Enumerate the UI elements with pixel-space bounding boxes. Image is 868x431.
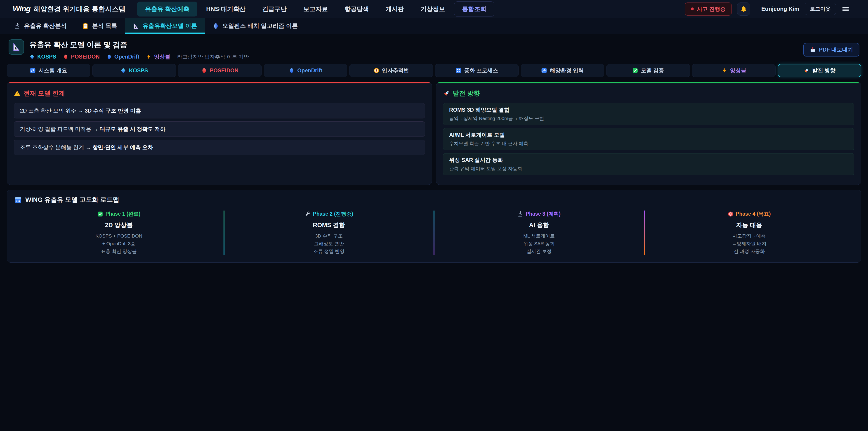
oil-fence-icon bbox=[213, 23, 219, 29]
phase-details: 사고감지→예측→방제자원 배치전 과정 자동화 bbox=[732, 232, 767, 255]
pdf-export-button[interactable]: PDF 내보내기 bbox=[803, 43, 860, 57]
limit-item-text: 기상-해양 결합 피드백 미적용 → bbox=[20, 126, 100, 132]
hamburger-menu-button[interactable] bbox=[841, 5, 850, 13]
future-card: AI/ML 서로게이트 모델수치모델 학습 기반 수초 내 근사 예측 bbox=[443, 128, 854, 150]
pdf-export-icon bbox=[810, 47, 816, 53]
section-tab-label: 입자추적법 bbox=[382, 67, 409, 74]
subnav-item-label: 유출유 확산분석 bbox=[24, 22, 67, 30]
phase-name: 2D 앙상블 bbox=[105, 221, 133, 229]
subnav-item[interactable]: 유출유확산모델 이론 bbox=[125, 18, 205, 34]
phase-status: Phase 4 (목표) bbox=[727, 210, 771, 217]
limit-item: 2D 표층 확산 모의 위주 → 3D 수직 구조 반영 미흡 bbox=[14, 103, 425, 118]
roadmap-panel: WING 유출유 모델 고도화 로드맵 Phase 1 (완료) 2D 앙상블 … bbox=[7, 190, 861, 263]
section-tab-chip[interactable]: OpenDrift bbox=[264, 64, 347, 77]
future-card-desc: 관측 유막 데이터 모델 보정 자동화 bbox=[449, 165, 848, 172]
red-oval-icon bbox=[201, 68, 207, 73]
incident-dot-icon bbox=[691, 7, 694, 10]
phase-name: ROMS 결합 bbox=[313, 221, 345, 229]
future-card: 위성 SAR 실시간 동화관측 유막 데이터 모델 보정 자동화 bbox=[443, 153, 854, 175]
page-content: 유출유 확산 모델 이론 및 검증 KOSPSPOSEIDONOpenDrift… bbox=[0, 34, 868, 263]
section-tab-label: KOSPS bbox=[129, 67, 148, 74]
nav-item[interactable]: 보고자료 bbox=[296, 2, 336, 17]
limits-panel-title: 현재 모델 한계 bbox=[14, 89, 425, 98]
future-card-title: ROMS 3D 해양모델 결합 bbox=[449, 106, 848, 114]
subnav: 유출유 확산분석분석 목록유출유확산모델 이론오일펜스 배치 알고리즘 이론 bbox=[0, 18, 868, 34]
section-tab-chip[interactable]: 시스템 개요 bbox=[7, 64, 90, 77]
nav-item[interactable]: 게시판 bbox=[378, 2, 412, 17]
limit-item: 기상-해양 결합 피드백 미적용 → 대규모 유출 시 정확도 저하 bbox=[14, 121, 425, 137]
subnav-item-label: 분석 목록 bbox=[92, 22, 117, 30]
model-badge-label: POSEIDON bbox=[71, 54, 100, 60]
logo-mark: Wing bbox=[13, 4, 31, 13]
rocket-icon bbox=[443, 90, 450, 97]
hamburger-icon bbox=[841, 5, 850, 13]
nav-item[interactable]: HNS·대기확산 bbox=[198, 2, 253, 17]
warning-icon bbox=[14, 90, 21, 97]
section-tab-chip[interactable]: 해양환경 입력 bbox=[521, 64, 604, 77]
section-tab-chip[interactable]: 입자추적법 bbox=[349, 64, 433, 77]
section-tab-chip[interactable]: POSEIDON bbox=[178, 64, 261, 77]
microscope-icon bbox=[518, 211, 523, 217]
section-tab-chip[interactable]: KOSPS bbox=[92, 64, 176, 77]
phase-status-label: Phase 2 (진행중) bbox=[313, 210, 353, 217]
page-header: 유출유 확산 모델 이론 및 검증 KOSPSPOSEIDONOpenDrift… bbox=[7, 34, 861, 64]
blue-oval-icon bbox=[106, 54, 112, 59]
subnav-item-label: 오일펜스 배치 알고리즘 이론 bbox=[222, 22, 298, 30]
model-badge-label: OpenDrift bbox=[114, 54, 140, 60]
logout-button[interactable]: 로그아웃 bbox=[805, 3, 836, 15]
current-limits-panel: 현재 모델 한계 2D 표층 확산 모의 위주 → 3D 수직 구조 반영 미흡… bbox=[7, 82, 432, 185]
model-badge-label: 앙상블 bbox=[154, 53, 170, 60]
rocket-icon bbox=[804, 68, 809, 73]
topbar: Wing 해양환경 위기대응 통합시스템 유출유 확산예측HNS·대기확산긴급구… bbox=[0, 0, 868, 18]
model-badge: OpenDrift bbox=[106, 54, 140, 60]
incident-status-badge[interactable]: 사고 진행중 bbox=[685, 2, 732, 16]
phase-name: AI 융합 bbox=[529, 221, 549, 229]
notifications-button[interactable] bbox=[737, 2, 750, 16]
future-card-list: ROMS 3D 해양모델 결합광역→상세역 Nesting 200m급 고해상도… bbox=[443, 103, 854, 175]
calendar-icon bbox=[14, 196, 22, 204]
incident-badge-label: 사고 진행중 bbox=[697, 5, 725, 13]
subnav-item[interactable]: 오일펜스 배치 알고리즘 이론 bbox=[205, 18, 306, 34]
header-texts: 유출유 확산 모델 이론 및 검증 KOSPSPOSEIDONOpenDrift… bbox=[29, 39, 249, 60]
limits-title-text: 현재 모델 한계 bbox=[24, 89, 65, 98]
future-card-title: 위성 SAR 실시간 동화 bbox=[449, 156, 848, 164]
nav-item[interactable]: 기상정보 bbox=[413, 2, 453, 17]
future-card-desc: 수치모델 학습 기반 수초 내 근사 예측 bbox=[449, 140, 848, 147]
subnav-item[interactable]: 분석 목록 bbox=[74, 18, 125, 34]
nav-item[interactable]: 긴급구난 bbox=[254, 2, 294, 17]
subnav-item[interactable]: 유출유 확산분석 bbox=[6, 18, 74, 34]
future-panel-title: 발전 방향 bbox=[443, 89, 854, 98]
model-badge: KOSPS bbox=[29, 54, 56, 60]
limit-item-emphasis: 대규모 유출 시 정확도 저하 bbox=[100, 126, 165, 132]
phase-status-label: Phase 3 (계획) bbox=[526, 210, 561, 217]
nav-item[interactable]: 통합조회 bbox=[454, 1, 494, 17]
red-oval-icon bbox=[63, 54, 68, 59]
topbar-right: 사고 진행중 Eunjeong Kim 로그아웃 bbox=[685, 2, 850, 16]
target-icon bbox=[727, 211, 734, 217]
limit-item-emphasis: 항만·연안 세부 예측 오차 bbox=[92, 144, 153, 150]
section-tab-chip[interactable]: 발전 방향 bbox=[778, 64, 861, 77]
wave-icon bbox=[541, 68, 547, 73]
future-card-title: AI/ML 서로게이트 모델 bbox=[449, 131, 848, 138]
section-tab-chip[interactable]: 앙상블 bbox=[692, 64, 776, 77]
phase-details: 3D 수직 구조고해상도 연안조류 정밀 반영 bbox=[313, 232, 344, 255]
model-badge: 앙상블 bbox=[146, 53, 170, 60]
diamond-icon bbox=[120, 68, 126, 73]
diamond-icon bbox=[29, 54, 35, 59]
header-note: 라그랑지안 입자추적 이론 기반 bbox=[177, 53, 249, 60]
section-tab-chip[interactable]: 모델 검증 bbox=[607, 64, 690, 77]
nav-item[interactable]: 항공탐색 bbox=[337, 2, 377, 17]
phase-status: Phase 2 (진행중) bbox=[305, 210, 353, 217]
section-tab-chip[interactable]: 풍화 프로세스 bbox=[435, 64, 519, 77]
roadmap-title: WING 유출유 모델 고도화 로드맵 bbox=[14, 195, 854, 204]
check-icon bbox=[632, 68, 638, 73]
section-tab-label: 모델 검증 bbox=[641, 67, 664, 74]
roadmap-title-text: WING 유출유 모델 고도화 로드맵 bbox=[25, 195, 119, 204]
nav-item[interactable]: 유출유 확산예측 bbox=[137, 2, 197, 17]
check-icon bbox=[97, 211, 103, 217]
limits-list: 2D 표층 확산 모의 위주 → 3D 수직 구조 반영 미흡기상-해양 결합 … bbox=[14, 103, 425, 155]
blue-oval-icon bbox=[289, 68, 294, 73]
model-badge-row: KOSPSPOSEIDONOpenDrift앙상블라그랑지안 입자추적 이론 기… bbox=[29, 53, 249, 60]
roadmap-phase: Phase 2 (진행중) ROMS 결합 3D 수직 구조고해상도 연안조류 … bbox=[224, 210, 434, 255]
page-title: 유출유 확산 모델 이론 및 검증 bbox=[29, 40, 249, 50]
